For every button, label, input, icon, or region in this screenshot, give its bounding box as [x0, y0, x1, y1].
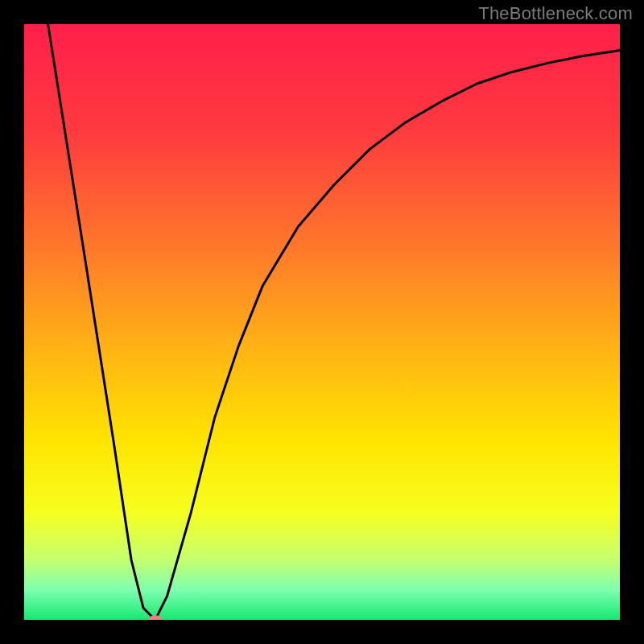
chart-svg [24, 24, 620, 620]
plot-area [24, 24, 620, 620]
watermark-text: TheBottleneck.com [478, 3, 633, 24]
optimal-point-marker [149, 616, 162, 621]
gradient-rect [24, 24, 620, 620]
chart-frame: TheBottleneck.com [0, 0, 644, 644]
